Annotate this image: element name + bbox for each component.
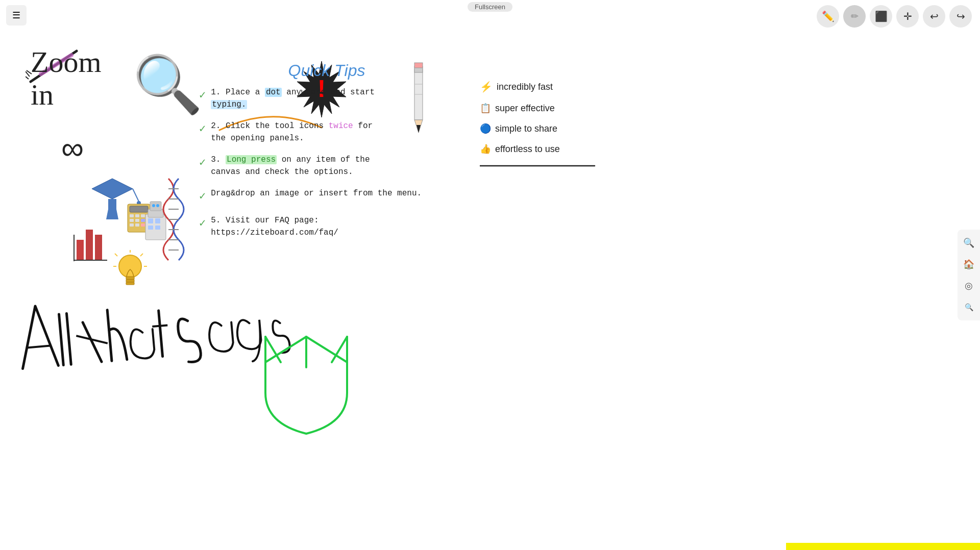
zoom-section: Zoom in 🔍	[31, 46, 209, 148]
tip-item-3: ✓ 3. Long press on any item of the canva…	[199, 154, 454, 178]
zoom-text-line2: in	[31, 78, 54, 111]
svg-rect-21	[130, 206, 148, 212]
svg-rect-38	[148, 226, 153, 230]
eraser-icon: ✏	[851, 11, 859, 22]
undo-icon: ↩	[930, 10, 939, 22]
infinity-symbol: ∞	[61, 130, 84, 166]
green-arrow-shape	[250, 332, 362, 451]
sidebar-zoom-icon: 🔍	[965, 303, 973, 311]
tip1-typing-highlight: typing.	[211, 100, 247, 109]
redo-icon: ↪	[957, 10, 965, 22]
feature-text-2: super effective	[495, 99, 555, 117]
move-icon: ✛	[903, 10, 912, 22]
svg-marker-17	[106, 209, 118, 219]
quick-tips-section: Quick Tips ✓ 1. Place a dot anywhere and…	[199, 61, 454, 248]
svg-point-34	[152, 204, 155, 207]
pen-icon: ✏️	[822, 10, 835, 22]
toolbar-right: ✏️ ✏ ⬛ ✛ ↩ ↪	[817, 5, 972, 28]
tip-text-5: 5. Visit our FAQ page: https://ziteboard…	[211, 214, 338, 239]
tip-item-2: ✓ 2. Click the tool icons twice for the …	[199, 120, 454, 144]
move-button[interactable]: ✛	[896, 5, 919, 28]
stop-button[interactable]: ⬛	[870, 5, 892, 28]
tip-check-4: ✓	[199, 188, 206, 205]
feature-text-3: simple to share	[495, 119, 557, 138]
tip-check-2: ✓	[199, 121, 206, 138]
tip-check-3: ✓	[199, 155, 206, 171]
tip1-dot-highlight: dot	[265, 88, 282, 97]
feature-text-1: incredibly fast	[497, 78, 553, 96]
svg-point-52	[119, 255, 141, 278]
lightning-icon: ⚡	[480, 77, 493, 97]
sidebar-zoom-button[interactable]: 🔍	[960, 298, 978, 316]
sidebar-target-button[interactable]: ◎	[960, 277, 978, 295]
tip-text-2: 2. Click the tool icons twice for the op…	[211, 120, 373, 144]
tip3-longpress-highlight: Long press	[226, 155, 277, 164]
tip-item-4: ✓ Drag&drop an image or insert from the …	[199, 187, 454, 205]
svg-marker-15	[92, 179, 133, 199]
svg-line-55	[115, 254, 117, 256]
svg-rect-58	[126, 277, 134, 280]
feature-item-4: 👍 effortless to use	[480, 140, 560, 158]
clipboard-icon: 📋	[480, 99, 491, 117]
sidebar-search-button[interactable]: 🔍	[960, 234, 978, 252]
pen-button[interactable]: ✏️	[817, 5, 839, 28]
magnifier-icon: 🔍	[133, 53, 203, 115]
svg-rect-28	[130, 223, 134, 227]
hamburger-icon: ☰	[12, 10, 20, 21]
fullscreen-label[interactable]: Fullscreen	[468, 2, 512, 12]
stop-icon: ⬛	[875, 10, 888, 22]
svg-line-4	[26, 77, 29, 79]
svg-rect-30	[141, 223, 145, 227]
feature-text-4: effortless to use	[495, 140, 560, 158]
svg-rect-29	[135, 223, 139, 227]
sidebar-target-icon: ◎	[965, 280, 973, 291]
tip-text-1: 1. Place a dot anywhere and start typing…	[211, 86, 375, 111]
tip-text-4: Drag&drop an image or insert from the me…	[211, 187, 422, 199]
sidebar-home-icon: 🏠	[963, 259, 974, 270]
svg-line-68	[306, 337, 347, 362]
svg-line-54	[140, 254, 143, 256]
svg-line-67	[265, 337, 306, 362]
svg-rect-42	[95, 235, 102, 260]
zoom-text-line1: Zoom	[31, 45, 102, 79]
eraser-button[interactable]: ✏	[843, 5, 866, 28]
tip-item-5: ✓ 5. Visit our FAQ page: https://ziteboa…	[199, 214, 454, 239]
topbar: ☰ Fullscreen ✏️ ✏ ⬛ ✛ ↩ ↪	[0, 0, 980, 31]
tip-check-5: ✓	[199, 215, 206, 232]
svg-rect-23	[135, 214, 139, 217]
features-list: ⚡ incredibly fast 📋 super effective 🔵 si…	[480, 77, 560, 160]
svg-rect-26	[135, 219, 139, 222]
thumbsup-icon: 👍	[480, 140, 491, 158]
tip-text-3: 3. Long press on any item of the canvas …	[211, 154, 370, 178]
feature-item-3: 🔵 simple to share	[480, 119, 560, 138]
svg-line-18	[133, 189, 139, 202]
feature-item-1: ⚡ incredibly fast	[480, 77, 560, 97]
sidebar-search-icon: 🔍	[963, 237, 974, 248]
svg-rect-22	[130, 214, 134, 217]
svg-rect-36	[148, 218, 153, 223]
svg-rect-16	[108, 199, 116, 209]
tip-item-1: ✓ 1. Place a dot anywhere and start typi…	[199, 86, 454, 111]
svg-line-61	[27, 346, 51, 348]
underline-decoration	[480, 161, 597, 173]
quick-tips-title: Quick Tips	[288, 61, 365, 80]
canvas-area[interactable]: Zoom in 🔍 ∞ !	[0, 31, 980, 550]
sidebar-home-button[interactable]: 🏠	[960, 255, 978, 273]
svg-rect-25	[130, 219, 134, 222]
share-icon: 🔵	[480, 119, 491, 138]
redo-button[interactable]: ↪	[949, 5, 972, 28]
yellow-highlight-bar	[786, 543, 980, 550]
svg-rect-41	[86, 230, 93, 260]
menu-button[interactable]: ☰	[6, 5, 27, 26]
svg-line-63	[152, 325, 167, 327]
tip-check-1: ✓	[199, 87, 206, 104]
svg-rect-40	[77, 240, 84, 260]
tip2-twice-highlight: twice	[329, 121, 353, 131]
feature-item-2: 📋 super effective	[480, 99, 560, 117]
undo-button[interactable]: ↩	[923, 5, 945, 28]
svg-rect-27	[141, 219, 145, 222]
dna-illustration	[158, 176, 189, 270]
right-sidebar: 🔍 🏠 ◎ 🔍	[958, 230, 980, 320]
svg-rect-24	[141, 214, 145, 217]
